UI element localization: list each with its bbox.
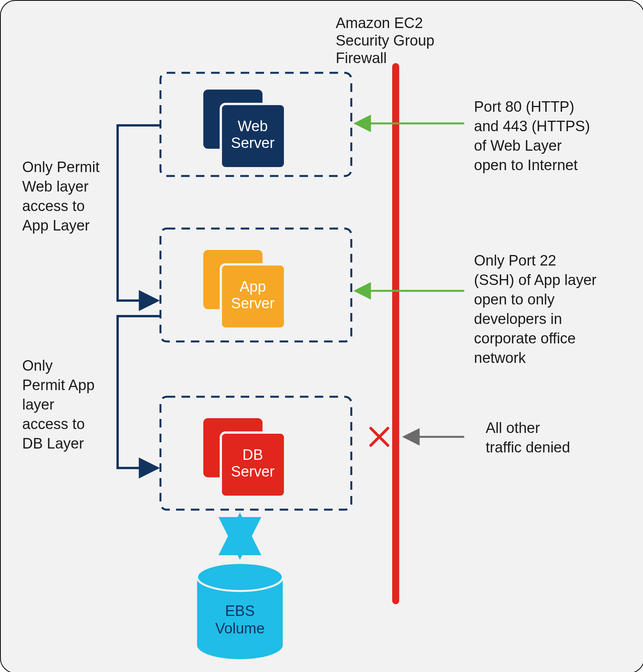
db-layer-group: DB Server (160, 397, 351, 510)
note-app-to-db-l2: Permit App (22, 377, 95, 393)
firewall-title-l2: Security Group (336, 32, 434, 49)
ebs-label-l2: Volume (215, 620, 265, 637)
db-server-label-l2: Server (231, 463, 275, 480)
app-server-label-l2: Server (231, 295, 275, 311)
denied-x-icon (371, 428, 388, 445)
firewall-title-l3: Firewall (336, 50, 387, 66)
web-server-label-l2: Server (231, 135, 275, 151)
note-app-ssh-l4: developers in (474, 311, 562, 327)
app-server-icon: App Server (203, 250, 285, 329)
diagram-canvas: Amazon EC2 Security Group Firewall Web S… (0, 0, 643, 672)
web-layer-group: Web Server (160, 73, 351, 176)
note-app-ssh-l5: corporate office (474, 330, 576, 347)
web-server-label-l1: Web (238, 118, 268, 134)
note-web-open-l1: Port 80 (HTTP) (474, 99, 574, 115)
ebs-volume-icon: EBS Volume (197, 563, 283, 659)
note-web-open-l3: of Web Layer (474, 137, 562, 154)
note-web-to-app-l3: access to (22, 198, 85, 214)
arrow-app-to-db (118, 316, 160, 468)
note-app-ssh-l2: (SSH) of App layer (474, 272, 597, 288)
note-app-ssh-l6: network (474, 350, 526, 366)
note-app-to-db-l4: access to (22, 416, 85, 432)
note-app-ssh-l3: open to only (474, 291, 555, 308)
web-server-icon: Web Server (203, 90, 285, 168)
note-denied-l1: All other (486, 420, 540, 436)
note-web-open-l2: and 443 (HTTPS) (474, 118, 590, 134)
note-web-open-l4: open to Internet (474, 157, 578, 173)
note-web-to-app-l4: App Layer (22, 217, 90, 234)
app-server-label-l1: App (240, 278, 266, 295)
app-layer-group: App Server (160, 229, 351, 341)
note-app-ssh-l1: Only Port 22 (474, 252, 556, 269)
note-denied-l2: traffic denied (486, 439, 570, 456)
note-app-to-db-l1: Only (22, 357, 53, 374)
firewall-title-l1: Amazon EC2 (336, 15, 423, 31)
firewall-bar (392, 63, 399, 604)
svg-point-11 (197, 563, 283, 591)
note-web-to-app-l1: Only Permit (22, 159, 100, 175)
db-server-label-l1: DB (243, 447, 263, 463)
ebs-label-l1: EBS (225, 603, 255, 619)
note-app-to-db-l5: DB Layer (22, 435, 84, 452)
db-server-icon: DB Server (203, 418, 285, 497)
note-web-to-app-l2: Web layer (22, 178, 89, 195)
arrow-web-to-app (118, 125, 160, 301)
note-app-to-db-l3: layer (22, 396, 55, 413)
